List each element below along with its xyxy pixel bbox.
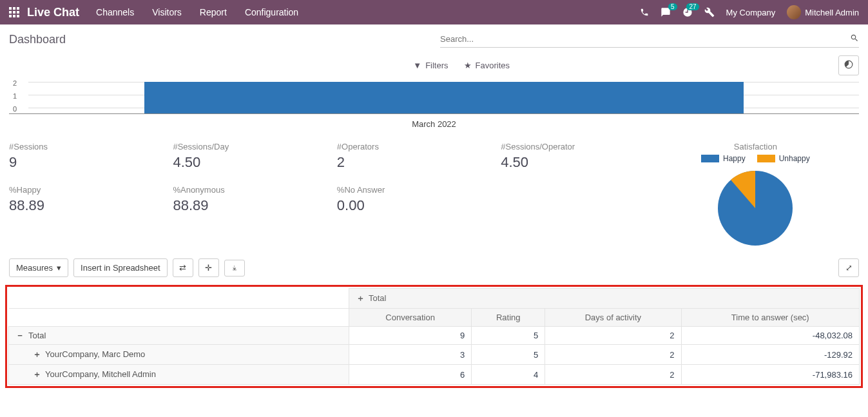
kpi-happy-value: 88.89	[9, 197, 160, 214]
kpi-operators-value: 2	[337, 154, 488, 171]
search-icon[interactable]	[850, 34, 859, 44]
phone-icon[interactable]	[640, 8, 649, 17]
user-menu[interactable]: Mitchell Admin	[787, 5, 859, 19]
ytick-2: 2	[13, 79, 17, 87]
col-days[interactable]: Days of activity	[545, 309, 681, 327]
subheader: Dashboard	[0, 24, 868, 52]
filters-button[interactable]: ▼ Filters	[413, 61, 448, 70]
apps-icon[interactable]	[9, 7, 19, 17]
col-conversation[interactable]: Conversation	[349, 309, 472, 327]
kpi-sessions-value: 9	[9, 154, 160, 171]
nav-visitors[interactable]: Visitors	[152, 7, 182, 17]
kpi-anonymous-label: %Anonymous	[173, 185, 323, 195]
table-row[interactable]: −Total 9 5 2 -48,032.08	[9, 327, 860, 345]
xaxis-label: March 2022	[9, 119, 859, 129]
bar-chart: 2 1 0 March 2022	[0, 82, 868, 135]
dashboard-view-button[interactable]	[838, 55, 859, 75]
kpi-anonymous-value: 88.89	[173, 197, 323, 214]
col-tta[interactable]: Time to answer (sec)	[681, 309, 859, 327]
legend-happy: Happy	[701, 154, 746, 163]
ytick-1: 1	[13, 92, 17, 100]
legend-unhappy: Unhappy	[757, 154, 810, 163]
company-menu[interactable]: My Company	[726, 8, 776, 17]
topbar: Live Chat Channels Visitors Report Confi…	[0, 0, 868, 24]
pivot-table: ＋Total Conversation Rating Days of activ…	[8, 288, 860, 385]
table-row[interactable]: ＋YourCompany, Marc Demo 3 5 2 -129.92	[9, 345, 860, 365]
bar-segment	[144, 82, 744, 113]
expand-all-button[interactable]: ✛	[198, 258, 219, 277]
search-wrap	[440, 31, 859, 48]
favorites-button[interactable]: ★ Favorites	[464, 61, 510, 70]
page-title: Dashboard	[9, 33, 66, 46]
insert-spreadsheet-button[interactable]: Insert in Spreadsheet	[73, 258, 168, 277]
kpi-row: #Sessions 9 %Happy 88.89 #Sessions/Day 4…	[0, 135, 868, 253]
kpi-happy-label: %Happy	[9, 185, 160, 195]
user-name: Mitchell Admin	[805, 8, 859, 17]
measures-button[interactable]: Measures ▾	[9, 258, 68, 277]
kpi-sessions-operator-label: #Sessions/Operator	[501, 142, 651, 151]
activities-badge: 27	[686, 3, 699, 10]
kpi-sessions-label: #Sessions	[9, 142, 160, 151]
debug-icon[interactable]	[704, 7, 715, 17]
satisfaction-title: Satisfaction	[665, 142, 846, 151]
fullscreen-button[interactable]: ⤢	[838, 258, 859, 277]
favorites-label: Favorites	[476, 61, 510, 70]
star-icon: ★	[464, 61, 472, 70]
chevron-down-icon: ▾	[57, 263, 61, 273]
ytick-0: 0	[13, 105, 17, 113]
filter-icon: ▼	[413, 61, 421, 70]
messages-icon[interactable]: 5	[661, 7, 671, 17]
kpi-noanswer-value: 0.00	[337, 197, 488, 214]
table-row[interactable]: ＋YourCompany, Mitchell Admin 6 4 2 -71,9…	[9, 365, 860, 385]
flip-axis-button[interactable]: ⇄	[173, 258, 193, 277]
pivot-highlight: ＋Total Conversation Rating Days of activ…	[5, 285, 863, 388]
satisfaction-pie	[717, 170, 794, 247]
company-label: My Company	[726, 8, 776, 17]
search-input[interactable]	[440, 34, 850, 44]
activities-icon[interactable]: 27	[682, 7, 693, 17]
kpi-sessions-day-label: #Sessions/Day	[173, 142, 323, 151]
avatar	[787, 5, 801, 19]
kpi-operators-label: #Operators	[337, 142, 488, 151]
filter-row: ▼ Filters ★ Favorites	[0, 52, 868, 82]
pivot-toolbar: Measures ▾ Insert in Spreadsheet ⇄ ✛ ⤢	[0, 253, 868, 282]
download-button[interactable]	[224, 260, 245, 276]
nav-report[interactable]: Report	[200, 7, 227, 17]
filters-label: Filters	[425, 61, 448, 70]
messages-badge: 5	[668, 3, 677, 10]
kpi-sessions-operator-value: 4.50	[501, 154, 651, 171]
col-rating[interactable]: Rating	[472, 309, 545, 327]
kpi-noanswer-label: %No Answer	[337, 185, 488, 195]
kpi-sessions-day-value: 4.50	[173, 154, 323, 171]
app-brand[interactable]: Live Chat	[27, 6, 79, 19]
nav-channels[interactable]: Channels	[96, 7, 134, 17]
nav-configuration[interactable]: Configuration	[245, 7, 298, 17]
col-total-header[interactable]: ＋Total	[349, 289, 860, 309]
